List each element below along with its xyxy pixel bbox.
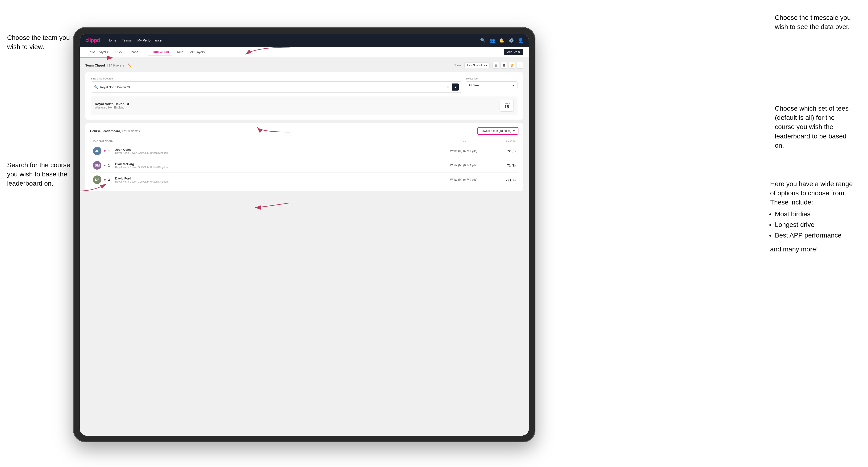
course-name: Royal North Devon GC bbox=[95, 102, 130, 106]
nav-home[interactable]: Home bbox=[107, 38, 116, 42]
tee-select-group: Select Tee All Tees ▾ bbox=[466, 77, 518, 93]
annotation-search-course: Search for the course you wish to base t… bbox=[7, 160, 80, 188]
player-name: Blair McHarg bbox=[115, 162, 168, 166]
tabbar: PGAT Players PGA Hcaps 1-5 Team Clippd T… bbox=[80, 47, 529, 57]
settings-icon[interactable]: ⚙️ bbox=[508, 38, 514, 43]
rank: 1 bbox=[108, 149, 113, 153]
team-header: Team Clippd | 14 Players ✏️ Show: Last 3… bbox=[85, 62, 523, 69]
search-row: Find a Golf Course 🔍 ✕ ★ Select Tee All … bbox=[91, 77, 518, 93]
course-location: Westward Ho!, England bbox=[95, 106, 130, 109]
table-row: JC ♥ 1 Josh Coles Royal North Devon Golf… bbox=[90, 144, 519, 158]
team-controls: Show: Last 3 months ▾ ⊞ ☰ 🏆 ⬇ bbox=[454, 62, 523, 69]
table-row: DF ♥ 3 David Ford Royal North Devon Golf… bbox=[90, 173, 519, 187]
nav-my-performance[interactable]: My Performance bbox=[137, 38, 161, 42]
leaderboard-header: Course Leaderboard, Last 3 months Lowest… bbox=[90, 127, 519, 135]
select-tee-label: Select Tee bbox=[466, 77, 518, 80]
search-icon[interactable]: 🔍 bbox=[480, 38, 486, 43]
player-info: Blair McHarg Royal North Devon Golf Club… bbox=[115, 162, 168, 168]
chevron-down-icon: ▾ bbox=[513, 129, 515, 132]
rank: 1 bbox=[108, 163, 113, 167]
find-course-label: Find a Golf Course bbox=[91, 77, 462, 80]
course-search-wrapper: 🔍 ✕ ★ bbox=[91, 81, 462, 93]
tab-list: PGAT Players PGA Hcaps 1-5 Team Clippd T… bbox=[85, 49, 208, 55]
tee-col-2: White (M) (6,744 yds) bbox=[440, 164, 487, 167]
score-col-1: 72 (E) bbox=[487, 149, 516, 153]
option-2: Longest drive bbox=[775, 220, 855, 229]
list-view-icon[interactable]: ☰ bbox=[500, 62, 507, 69]
col-tee-header: TEE bbox=[440, 139, 487, 142]
player-club: Royal North Devon Golf Club, United King… bbox=[115, 166, 168, 168]
trophy-icon[interactable]: 🏆 bbox=[508, 62, 515, 69]
player-name: David Ford bbox=[115, 177, 168, 180]
tee-col-3: White (M) (6,744 yds) bbox=[440, 178, 487, 181]
team-title: Team Clippd | 14 Players ✏️ bbox=[85, 63, 132, 67]
download-icon[interactable]: ⬇ bbox=[517, 62, 523, 69]
team-name: Team Clippd bbox=[85, 63, 105, 67]
player-col-3: DF ♥ 3 David Ford Royal North Devon Golf… bbox=[93, 176, 440, 184]
score-col-2: 72 (E) bbox=[487, 164, 516, 167]
table-row: BM ♥ 1 Blair McHarg Royal North Devon Go… bbox=[90, 158, 519, 173]
star-button[interactable]: ★ bbox=[452, 84, 459, 91]
and-more: and many more! bbox=[770, 245, 855, 254]
clear-button[interactable]: ✕ bbox=[447, 85, 450, 89]
tab-hcaps[interactable]: Hcaps 1-5 bbox=[126, 49, 147, 55]
holes-number: 18 bbox=[503, 104, 510, 110]
leaderboard-period: Last 3 months bbox=[122, 129, 140, 133]
option-1: Most birdies bbox=[775, 210, 855, 219]
edit-icon[interactable]: ✏️ bbox=[128, 63, 132, 67]
player-name: Josh Coles bbox=[115, 148, 168, 151]
player-col-2: BM ♥ 1 Blair McHarg Royal North Devon Go… bbox=[93, 161, 440, 169]
heart-icon: ♥ bbox=[104, 178, 106, 182]
leaderboard-title-area: Course Leaderboard, Last 3 months bbox=[90, 129, 140, 133]
annotation-choose-team: Choose the team you wish to view. bbox=[7, 33, 78, 52]
tab-pga[interactable]: PGA bbox=[112, 49, 125, 55]
add-team-button[interactable]: Add Team bbox=[504, 49, 523, 55]
heart-icon: ♥ bbox=[104, 149, 106, 153]
grid-view-icon[interactable]: ⊞ bbox=[493, 62, 499, 69]
view-icons: ⊞ ☰ 🏆 ⬇ bbox=[493, 62, 523, 69]
course-result: Royal North Devon GC Westward Ho!, Engla… bbox=[91, 96, 518, 115]
leaderboard-title: Course Leaderboard, bbox=[90, 129, 121, 133]
col-player-header: PLAYER NAME bbox=[93, 139, 440, 142]
option-3: Best APP performance bbox=[775, 231, 855, 240]
navbar-actions: 🔍 👥 🔔 ⚙️ 👤 bbox=[480, 38, 523, 43]
holes-label: Holes bbox=[503, 102, 510, 104]
player-col-1: JC ♥ 1 Josh Coles Royal North Devon Golf… bbox=[93, 147, 440, 155]
annotation-choose-timescale: Choose the timescale you wish to see the… bbox=[775, 13, 855, 31]
leaderboard-section: Course Leaderboard, Last 3 months Lowest… bbox=[85, 123, 523, 191]
brand-logo: clippd bbox=[85, 37, 100, 43]
chevron-down-icon: ▾ bbox=[513, 84, 515, 87]
heart-icon: ♥ bbox=[104, 163, 106, 167]
course-search-input[interactable] bbox=[100, 85, 445, 89]
show-select[interactable]: Last 3 months ▾ bbox=[464, 63, 490, 68]
player-info: Josh Coles Royal North Devon Golf Club, … bbox=[115, 148, 168, 154]
bell-icon[interactable]: 🔔 bbox=[499, 38, 504, 43]
player-info: David Ford Royal North Devon Golf Club, … bbox=[115, 177, 168, 183]
people-icon[interactable]: 👥 bbox=[490, 38, 495, 43]
search-panel: Find a Golf Course 🔍 ✕ ★ Select Tee All … bbox=[85, 72, 523, 120]
annotation-choose-tees: Choose which set of tees (default is all… bbox=[775, 104, 855, 150]
avatar: JC bbox=[93, 147, 101, 155]
tab-tour[interactable]: Tour bbox=[173, 49, 186, 55]
table-header: PLAYER NAME TEE SCORE bbox=[90, 138, 519, 144]
navbar-links: Home Teams My Performance bbox=[107, 38, 473, 42]
tee-col-1: White (M) (6,744 yds) bbox=[440, 149, 487, 153]
score-type-dropdown[interactable]: Lowest Score (18 holes) ▾ bbox=[477, 127, 519, 135]
rank: 3 bbox=[108, 178, 113, 182]
player-count: | 14 Players bbox=[107, 63, 124, 67]
user-icon[interactable]: 👤 bbox=[518, 38, 523, 43]
search-icon-inline: 🔍 bbox=[94, 85, 98, 89]
course-info: Royal North Devon GC Westward Ho!, Engla… bbox=[95, 102, 130, 109]
score-col-3: 73 (+1) bbox=[487, 178, 516, 182]
course-field-group: Find a Golf Course 🔍 ✕ ★ bbox=[91, 77, 462, 93]
tab-all-players[interactable]: All Players bbox=[187, 49, 208, 55]
tee-select-dropdown[interactable]: All Tees ▾ bbox=[466, 81, 518, 89]
content-area: Team Clippd | 14 Players ✏️ Show: Last 3… bbox=[80, 57, 529, 436]
tab-team-clippd[interactable]: Team Clippd bbox=[148, 49, 173, 55]
show-label: Show: bbox=[454, 64, 462, 67]
tab-pgat-players[interactable]: PGAT Players bbox=[85, 49, 111, 55]
player-club: Royal North Devon Golf Club, United King… bbox=[115, 180, 168, 183]
annotation-options: Here you have a wide range of options to… bbox=[770, 179, 855, 254]
nav-teams[interactable]: Teams bbox=[122, 38, 132, 42]
navbar: clippd Home Teams My Performance 🔍 👥 🔔 ⚙… bbox=[80, 34, 529, 47]
